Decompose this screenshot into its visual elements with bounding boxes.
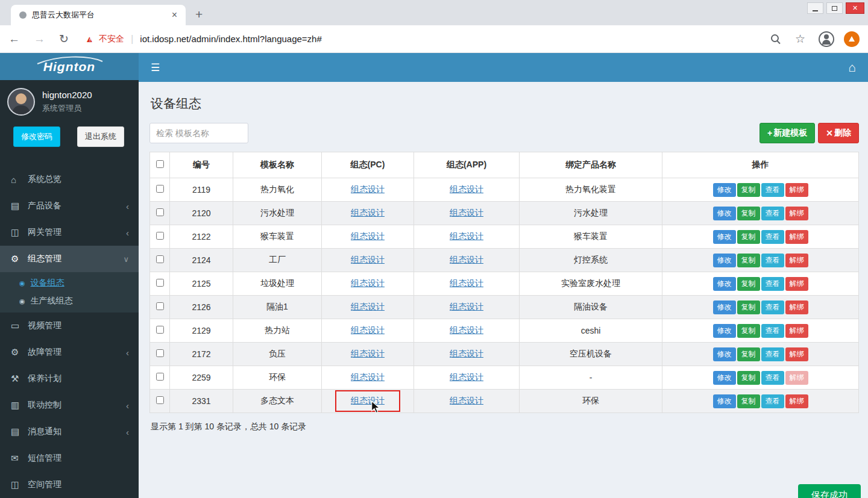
app-config-link[interactable]: 组态设计 <box>450 278 483 288</box>
sidebar-item-11[interactable]: ◫空间管理 <box>0 472 139 498</box>
view-button[interactable]: 查看 <box>761 347 784 361</box>
sidebar-item-1[interactable]: ⌂系统总览 <box>0 166 139 193</box>
unbind-button[interactable]: 解绑 <box>785 230 808 244</box>
sidebar-item-6[interactable]: ⚙故障管理‹ <box>0 339 139 366</box>
pc-config-link[interactable]: 组态设计 <box>351 349 385 358</box>
bookmark-star-icon[interactable]: ☆ <box>795 32 805 46</box>
pc-config-link[interactable]: 组态设计 <box>351 302 385 311</box>
pc-config-link[interactable]: 组态设计 <box>351 255 385 264</box>
pc-config-link[interactable]: 组态设计 <box>351 396 385 405</box>
unbind-button[interactable]: 解绑 <box>785 254 808 267</box>
copy-button[interactable]: 复制 <box>737 300 760 314</box>
edit-button[interactable]: 修改 <box>713 230 736 244</box>
row-checkbox[interactable] <box>156 185 164 193</box>
unbind-button[interactable]: 解绑 <box>785 371 808 385</box>
pc-config-link[interactable]: 组态设计 <box>351 372 385 382</box>
refresh-button[interactable]: ↻ <box>59 32 69 46</box>
row-checkbox[interactable] <box>156 373 164 381</box>
app-config-link[interactable]: 组态设计 <box>450 255 483 264</box>
select-all-checkbox[interactable] <box>156 160 164 168</box>
browser-update-icon[interactable] <box>844 31 860 47</box>
url-text[interactable]: iot.idosp.net/admin/index.html?language=… <box>140 34 321 44</box>
unbind-button[interactable]: 解绑 <box>785 207 808 220</box>
copy-button[interactable]: 复制 <box>737 347 760 361</box>
home-icon[interactable]: ⌂ <box>848 60 856 75</box>
sidebar-item-3[interactable]: ◫网关管理‹ <box>0 219 139 246</box>
copy-button[interactable]: 复制 <box>737 324 760 338</box>
zoom-icon[interactable] <box>771 34 781 44</box>
browser-profile-icon[interactable] <box>819 31 834 47</box>
view-button[interactable]: 查看 <box>761 394 784 408</box>
sidebar-item-2[interactable]: ▤产品设备‹ <box>0 193 139 219</box>
sidebar-item-4[interactable]: ⚙组态管理∨ <box>0 246 139 272</box>
sidebar-toggle-icon[interactable]: ☰ <box>151 61 160 74</box>
unbind-button[interactable]: 解绑 <box>785 347 808 361</box>
window-restore-button[interactable] <box>826 2 843 14</box>
window-close-button[interactable]: ✕ <box>846 2 864 14</box>
unbind-button[interactable]: 解绑 <box>785 277 808 291</box>
copy-button[interactable]: 复制 <box>737 371 760 385</box>
forward-button[interactable]: → <box>34 33 45 46</box>
view-button[interactable]: 查看 <box>761 230 784 244</box>
browser-tab[interactable]: 思普云大数据平台 × <box>11 5 186 25</box>
copy-button[interactable]: 复制 <box>737 207 760 220</box>
app-config-link[interactable]: 组态设计 <box>450 302 483 311</box>
submenu-item-1[interactable]: ◉设备组态 <box>0 274 139 292</box>
app-config-link[interactable]: 组态设计 <box>450 231 483 241</box>
edit-button[interactable]: 修改 <box>713 394 736 408</box>
submenu-item-2[interactable]: ◉生产线组态 <box>0 292 139 310</box>
view-button[interactable]: 查看 <box>761 183 784 197</box>
edit-button[interactable]: 修改 <box>713 324 736 338</box>
app-logo[interactable]: Hignton <box>0 53 139 80</box>
edit-button[interactable]: 修改 <box>713 347 736 361</box>
security-label[interactable]: 不安全 <box>99 34 124 45</box>
view-button[interactable]: 查看 <box>761 277 784 291</box>
row-checkbox[interactable] <box>156 255 164 263</box>
copy-button[interactable]: 复制 <box>737 277 760 291</box>
row-checkbox[interactable] <box>156 326 164 334</box>
new-tab-button[interactable]: + <box>195 7 203 22</box>
tab-close-icon[interactable]: × <box>169 10 180 20</box>
view-button[interactable]: 查看 <box>761 300 784 314</box>
row-checkbox[interactable] <box>156 349 164 357</box>
copy-button[interactable]: 复制 <box>737 394 760 408</box>
view-button[interactable]: 查看 <box>761 371 784 385</box>
view-button[interactable]: 查看 <box>761 324 784 338</box>
row-checkbox[interactable] <box>156 302 164 310</box>
sidebar-item-10[interactable]: ✉短信管理 <box>0 445 139 472</box>
omnibox[interactable]: ▲ ! 不安全 | iot.idosp.net/admin/index.html… <box>85 33 771 45</box>
logout-button[interactable]: 退出系统 <box>77 126 124 147</box>
edit-button[interactable]: 修改 <box>713 300 736 314</box>
sidebar-item-9[interactable]: ▤消息通知‹ <box>0 419 139 445</box>
unbind-button[interactable]: 解绑 <box>785 183 808 197</box>
search-input[interactable] <box>149 123 248 143</box>
copy-button[interactable]: 复制 <box>737 230 760 244</box>
copy-button[interactable]: 复制 <box>737 254 760 267</box>
app-config-link[interactable]: 组态设计 <box>450 325 483 335</box>
edit-button[interactable]: 修改 <box>713 277 736 291</box>
unbind-button[interactable]: 解绑 <box>785 324 808 338</box>
edit-button[interactable]: 修改 <box>713 183 736 197</box>
view-button[interactable]: 查看 <box>761 207 784 220</box>
sidebar-item-8[interactable]: ▥联动控制‹ <box>0 392 139 419</box>
app-config-link[interactable]: 组态设计 <box>450 349 483 358</box>
new-template-button[interactable]: + 新建模板 <box>760 123 815 143</box>
pc-config-link[interactable]: 组态设计 <box>351 231 385 241</box>
app-config-link[interactable]: 组态设计 <box>450 208 483 217</box>
pc-config-link[interactable]: 组态设计 <box>351 325 385 335</box>
copy-button[interactable]: 复制 <box>737 183 760 197</box>
pc-config-link[interactable]: 组态设计 <box>351 208 385 217</box>
app-config-link[interactable]: 组态设计 <box>450 396 483 405</box>
sidebar-item-5[interactable]: ▭视频管理 <box>0 313 139 339</box>
app-config-link[interactable]: 组态设计 <box>450 184 483 194</box>
delete-button[interactable]: ✕ 删除 <box>818 123 859 143</box>
unbind-button[interactable]: 解绑 <box>785 300 808 314</box>
edit-button[interactable]: 修改 <box>713 371 736 385</box>
unbind-button[interactable]: 解绑 <box>785 394 808 408</box>
change-password-button[interactable]: 修改密码 <box>13 126 60 147</box>
app-config-link[interactable]: 组态设计 <box>450 372 483 382</box>
row-checkbox[interactable] <box>156 232 164 240</box>
window-minimize-button[interactable] <box>807 2 823 14</box>
pc-config-link[interactable]: 组态设计 <box>351 278 385 288</box>
back-button[interactable]: ← <box>8 33 20 46</box>
